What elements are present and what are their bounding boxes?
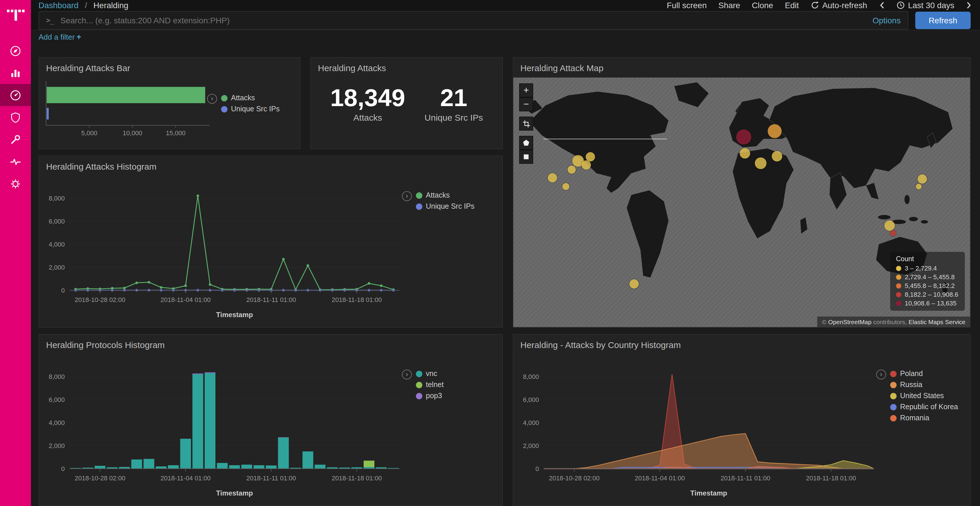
chart-legend: ›AttacksUnique Src IPs (207, 94, 280, 113)
legend-toggle[interactable]: › (402, 370, 412, 379)
full-screen-button[interactable]: Full screen (667, 1, 707, 10)
legend-toggle[interactable]: › (876, 370, 886, 379)
metric-label: Unique Src IPs (425, 113, 483, 122)
legend-item[interactable]: Russia (890, 381, 958, 389)
attacks-histogram-chart[interactable]: 02,0004,0006,0008,0002018-10-28 02:00201… (39, 174, 502, 327)
time-back-button[interactable] (879, 2, 885, 10)
panel-title: Heralding Attacks Histogram (39, 156, 502, 174)
sidebar-item-dev-tools[interactable] (0, 128, 31, 151)
legend-item[interactable]: pop3 (416, 392, 444, 400)
svg-text:2018-11-11 01:00: 2018-11-11 01:00 (247, 296, 296, 303)
panel-heralding-attacks-bar: Heralding Attacks Bar 5,00010,00015,000›… (38, 57, 301, 149)
legend-item[interactable]: vnc (416, 370, 444, 378)
legend-item[interactable]: Romania (890, 414, 958, 422)
breadcrumb-dashboard-link[interactable]: Dashboard (38, 1, 78, 10)
protocols-histogram-chart[interactable]: 02,0004,0006,0008,0002018-10-28 02:00201… (39, 352, 502, 505)
legend-item[interactable]: Attacks (416, 191, 474, 199)
attack-location-marker[interactable] (885, 220, 895, 231)
legend-label: Russia (900, 381, 922, 389)
legend-label: Poland (900, 370, 923, 378)
legend-dot-icon (416, 192, 422, 198)
svg-text:2018-11-04 01:00: 2018-11-04 01:00 (161, 296, 211, 303)
attack-location-marker[interactable] (755, 157, 767, 169)
map-legend-label: 2,729.4 – 5,455.8 (905, 273, 955, 281)
svg-text:2018-10-28 02:00: 2018-10-28 02:00 (75, 474, 126, 482)
map-legend-label: 3 – 2,729.4 (905, 265, 937, 272)
legend-item[interactable]: Unique Src IPs (221, 105, 280, 113)
panel-heralding-attack-map: Heralding Attack Map (513, 57, 970, 328)
auto-refresh-button[interactable]: Auto-refresh (811, 1, 867, 10)
legend-item[interactable]: United States (890, 392, 958, 400)
sidebar-item-security[interactable] (0, 106, 31, 128)
world-map[interactable]: + − C (513, 78, 970, 327)
country-histogram-chart[interactable]: 02,0004,0006,0008,0002018-10-28 02:00201… (513, 352, 970, 505)
metric-row: 18,349 Attacks 21 Unique Src IPs (311, 84, 502, 122)
svg-text:2018-11-04 01:00: 2018-11-04 01:00 (161, 474, 211, 482)
legend-toggle[interactable]: › (402, 191, 412, 201)
attack-location-marker[interactable] (740, 148, 750, 158)
telekom-logo[interactable] (5, 5, 26, 25)
sidebar-item-management[interactable] (0, 173, 31, 195)
legend-toggle[interactable]: › (207, 94, 217, 104)
legend-items: AttacksUnique Src IPs (416, 191, 474, 211)
attack-location-marker[interactable] (890, 230, 896, 236)
legend-item[interactable]: Republic of Korea (890, 403, 958, 411)
attack-location-marker[interactable] (548, 173, 557, 182)
svg-text:6,000: 6,000 (523, 396, 539, 403)
map-legend-row: 2,729.4 – 5,455.8 (896, 273, 959, 281)
attack-location-marker[interactable] (768, 124, 782, 138)
time-forward-button[interactable] (966, 2, 972, 10)
legend-item[interactable]: telnet (416, 381, 444, 389)
attack-location-marker[interactable] (629, 279, 638, 289)
attacks-bar-chart[interactable]: 5,00010,00015,000›AttacksUnique Src IPs (39, 75, 300, 146)
attack-location-marker[interactable] (918, 174, 927, 184)
attack-location-marker[interactable] (585, 152, 595, 162)
svg-text:0: 0 (61, 287, 65, 294)
legend-item[interactable]: Attacks (221, 94, 280, 102)
sidebar-item-dashboard[interactable] (0, 84, 31, 106)
time-range-button[interactable]: Last 30 days (896, 1, 955, 10)
legend-label: Romania (900, 414, 929, 422)
metric-label: Attacks (330, 113, 405, 122)
osm-link[interactable]: OpenStreetMap (828, 318, 872, 325)
ems-link[interactable]: Elastic Maps Service (908, 318, 966, 325)
add-filter-button[interactable]: Add a filter+ (38, 32, 81, 41)
draw-polygon-button[interactable] (519, 136, 533, 150)
metric-value: 18,349 (330, 84, 405, 111)
attack-location-marker[interactable] (582, 160, 591, 170)
refresh-button[interactable]: Refresh (915, 11, 970, 29)
sidebar-item-monitoring[interactable] (0, 151, 31, 173)
attack-location-marker[interactable] (568, 165, 576, 174)
legend-label: Attacks (426, 191, 450, 199)
fit-bounds-button[interactable] (519, 117, 533, 130)
zoom-out-button[interactable]: − (519, 97, 533, 111)
legend-items: AttacksUnique Src IPs (221, 94, 280, 113)
zoom-in-button[interactable]: + (519, 83, 533, 97)
svg-text:4,000: 4,000 (49, 419, 65, 427)
map-controls: + − (519, 83, 533, 164)
map-legend-row: 10,908.6 – 13,635 (896, 300, 959, 307)
svg-text:4,000: 4,000 (49, 241, 65, 248)
svg-text:0: 0 (61, 465, 65, 473)
panel-title: Heralding Attacks (311, 58, 502, 75)
sidebar-item-discover[interactable] (0, 40, 31, 62)
legend-dot-icon (890, 415, 897, 421)
attack-location-marker[interactable] (736, 130, 751, 145)
svg-text:8,000: 8,000 (523, 373, 539, 381)
gauge-icon (10, 89, 22, 101)
share-button[interactable]: Share (718, 1, 740, 10)
legend-item[interactable]: Poland (890, 370, 958, 378)
options-link[interactable]: Options (872, 16, 900, 25)
svg-text:2018-11-11 01:00: 2018-11-11 01:00 (247, 474, 296, 482)
legend-dot-icon (221, 106, 228, 112)
clone-button[interactable]: Clone (752, 1, 773, 10)
attack-location-marker[interactable] (562, 183, 570, 190)
draw-rectangle-button[interactable] (519, 150, 533, 164)
attack-location-marker[interactable] (916, 184, 921, 190)
sidebar-item-visualize[interactable] (0, 62, 31, 84)
panel-title: Heralding Attack Map (513, 58, 970, 75)
search-input[interactable] (59, 15, 867, 25)
attack-location-marker[interactable] (772, 151, 782, 162)
edit-button[interactable]: Edit (785, 1, 799, 10)
legend-item[interactable]: Unique Src IPs (416, 202, 474, 211)
